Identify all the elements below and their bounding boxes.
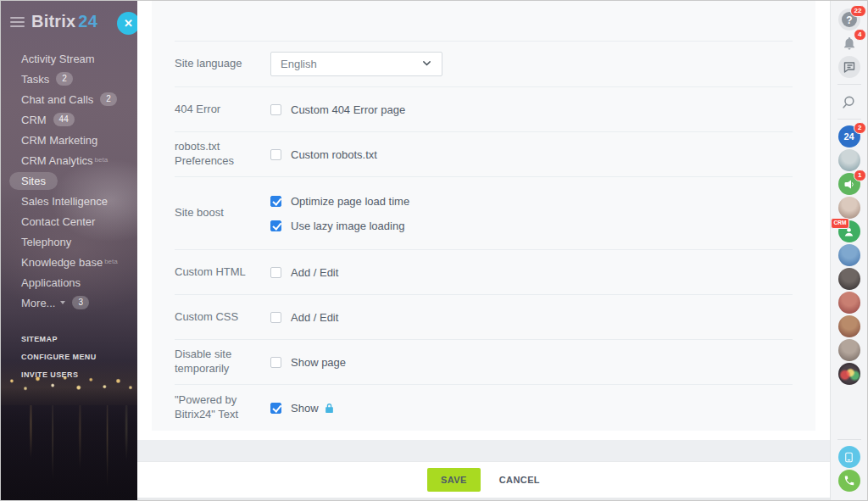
form-row-disable-site-temporarily: Disable site temporarilyShow page bbox=[175, 339, 793, 384]
checkbox-unchecked[interactable] bbox=[270, 104, 281, 115]
sidebar-item-crm-marketing[interactable]: CRM Marketing bbox=[21, 130, 137, 150]
checkbox-unchecked[interactable] bbox=[270, 312, 281, 323]
rail-divider bbox=[837, 84, 861, 85]
site-language-select[interactable]: English bbox=[270, 52, 442, 76]
checkbox-option-custom-404-error-page[interactable]: Custom 404 Error page bbox=[270, 103, 405, 116]
cancel-button[interactable]: CANCEL bbox=[499, 475, 540, 485]
user-avatar[interactable] bbox=[838, 197, 860, 219]
checkbox-group: Show page bbox=[270, 356, 346, 369]
checkbox-group: Add / Edit bbox=[270, 311, 338, 324]
checkbox-label: Add / Edit bbox=[291, 266, 338, 279]
sidebar-item-text: Activity Stream bbox=[21, 53, 95, 65]
checkbox-checked[interactable] bbox=[270, 196, 281, 207]
sidebar-item-label: Knowledge basebeta bbox=[21, 256, 118, 269]
checkbox-unchecked[interactable] bbox=[270, 267, 281, 278]
search-icon[interactable] bbox=[838, 91, 860, 113]
sidebar-item-text: CRM Marketing bbox=[21, 134, 97, 147]
sidebar-item-text: More... bbox=[21, 297, 55, 309]
user-avatar[interactable] bbox=[838, 244, 860, 266]
sidebar-item-tasks[interactable]: Tasks2 bbox=[21, 69, 137, 89]
sidebar-item-crm[interactable]: CRM44 bbox=[21, 109, 137, 130]
user-avatar[interactable] bbox=[838, 149, 860, 171]
beta-tag: beta bbox=[95, 156, 108, 164]
save-button[interactable]: SAVE bbox=[427, 468, 481, 492]
sidebar-menu: Activity StreamTasks2Chat and Calls2CRM4… bbox=[1, 38, 137, 313]
sidebar-item-text: Tasks bbox=[21, 73, 49, 86]
bell-icon[interactable]: 4 bbox=[838, 32, 860, 54]
checkbox-label: Custom robots.txt bbox=[291, 148, 377, 161]
sidebar-link-invite-users[interactable]: INVITE USERS bbox=[21, 365, 137, 383]
user-avatar[interactable] bbox=[838, 315, 860, 337]
form-row-label: "Powered by Bitrix24" Text bbox=[175, 393, 270, 422]
checkbox-option-add-edit[interactable]: Add / Edit bbox=[270, 311, 338, 324]
user-avatar[interactable] bbox=[838, 363, 860, 385]
checkbox-option-optimize-page-load-time[interactable]: Optimize page load time bbox=[270, 195, 409, 208]
sidebar-item-label: CRM Analyticsbeta bbox=[21, 154, 108, 167]
form-row-control: Show page bbox=[270, 356, 793, 369]
checkbox-label: Add / Edit bbox=[291, 311, 338, 324]
form-row-label: 404 Error bbox=[175, 103, 270, 117]
sidebar-item-text: Chat and Calls bbox=[21, 93, 93, 106]
form-row-custom-css: Custom CSSAdd / Edit bbox=[175, 294, 793, 339]
notification-badge: 1 bbox=[854, 170, 865, 181]
checkbox-option-show-page[interactable]: Show page bbox=[270, 356, 346, 369]
megaphone-icon[interactable]: 1 bbox=[838, 173, 860, 195]
user-avatar[interactable] bbox=[838, 292, 860, 314]
checkbox-option-custom-robots-txt[interactable]: Custom robots.txt bbox=[270, 148, 377, 161]
sidebar-item-text: Contact Center bbox=[21, 215, 95, 228]
form-row-site-boost: Site boostOptimize page load timeUse laz… bbox=[175, 176, 793, 249]
checkbox-unchecked[interactable] bbox=[270, 149, 281, 160]
sidebar-item-telephony[interactable]: Telephony bbox=[21, 231, 137, 252]
sidebar-item-contact-center[interactable]: Contact Center bbox=[21, 211, 137, 231]
desktop-app-icon[interactable] bbox=[838, 446, 860, 468]
hamburger-icon[interactable] bbox=[10, 17, 25, 27]
user-avatar[interactable] bbox=[838, 268, 860, 290]
sidebar-item-label: Tasks bbox=[21, 73, 49, 86]
form-footer: SAVE CANCEL bbox=[137, 461, 830, 498]
checkbox-group: Custom robots.txt bbox=[270, 148, 377, 161]
counter-badge: 2 bbox=[100, 92, 117, 106]
sidebar-link-sitemap[interactable]: SITEMAP bbox=[21, 330, 137, 348]
checkbox-label: Custom 404 Error page bbox=[291, 103, 405, 116]
user-avatar[interactable] bbox=[838, 339, 860, 361]
sidebar-link-configure-menu[interactable]: CONFIGURE MENU bbox=[21, 348, 137, 365]
chevron-down-icon bbox=[421, 58, 432, 71]
sidebar-item-sales-intelligence[interactable]: Sales Intelligence bbox=[21, 191, 137, 211]
checkbox-unchecked[interactable] bbox=[270, 357, 281, 368]
sidebar-item-more[interactable]: More...3 bbox=[21, 292, 137, 313]
form-row-site-language: Site languageEnglish bbox=[175, 41, 793, 86]
bottom-strip bbox=[137, 498, 830, 500]
sidebar-close-button[interactable]: ✕ bbox=[117, 12, 137, 35]
rail-divider bbox=[837, 119, 861, 120]
sidebar-item-label: Contact Center bbox=[21, 215, 95, 228]
checkbox-checked[interactable] bbox=[270, 403, 281, 414]
sidebar-item-activity-stream[interactable]: Activity Stream bbox=[21, 48, 137, 69]
counter-badge: 3 bbox=[72, 296, 89, 309]
select-value: English bbox=[281, 58, 317, 70]
notification-badge: CRM bbox=[831, 218, 850, 229]
sidebar-item-crm-analytics[interactable]: CRM Analyticsbeta bbox=[21, 150, 137, 170]
beta-tag: beta bbox=[104, 258, 118, 265]
sidebar-item-label: Activity Stream bbox=[21, 53, 95, 65]
help-icon[interactable]: ?22 bbox=[838, 8, 860, 31]
checkbox-option-show[interactable]: Show bbox=[270, 402, 334, 415]
form-row-control: Custom 404 Error page bbox=[270, 103, 793, 116]
sidebar-footer-links: SITEMAPCONFIGURE MENUINVITE USERS bbox=[1, 313, 137, 383]
sidebar-item-label: Sales Intelligence bbox=[21, 195, 108, 208]
form-row-label: Disable site temporarily bbox=[175, 348, 270, 376]
chat-history-icon[interactable] bbox=[838, 56, 860, 78]
phone-icon[interactable] bbox=[838, 470, 860, 492]
sidebar-item-chat-and-calls[interactable]: Chat and Calls2 bbox=[21, 89, 137, 109]
form-row-control: Optimize page load timeUse lazy image lo… bbox=[270, 195, 793, 232]
brand-accent: 24 bbox=[78, 12, 97, 31]
checkbox-option-add-edit[interactable]: Add / Edit bbox=[270, 266, 338, 279]
bitrix24-app-window: Bitrix24 ✕ Activity StreamTasks2Chat and… bbox=[0, 0, 868, 501]
checkbox-option-use-lazy-image-loading[interactable]: Use lazy image loading bbox=[270, 220, 409, 232]
sidebar-item-applications[interactable]: Applications bbox=[21, 272, 137, 292]
person-icon[interactable]: CRM bbox=[838, 220, 860, 242]
sidebar-item-knowledge-base[interactable]: Knowledge basebeta bbox=[21, 252, 137, 272]
bitrix24-messenger-icon[interactable]: 242 bbox=[838, 125, 860, 148]
bitrix24-label: 24 bbox=[843, 131, 854, 142]
checkbox-checked[interactable] bbox=[270, 220, 281, 231]
sidebar-item-sites[interactable]: Sites bbox=[21, 170, 137, 191]
